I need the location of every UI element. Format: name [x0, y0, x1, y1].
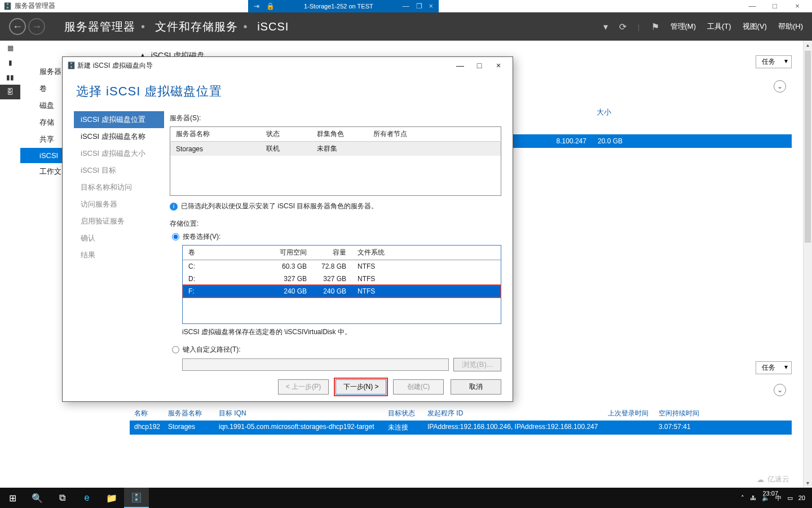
flag-icon[interactable]: ⚑ [651, 21, 659, 32]
crumb-root[interactable]: 服务器管理器 [64, 20, 135, 33]
wizard-titlebar[interactable]: 🗄️ 新建 iSCSI 虚拟磁盘向导 — □ × [63, 57, 513, 74]
taskbar-ie-icon[interactable]: e [74, 488, 99, 508]
srv-th-status[interactable]: 状态 [261, 127, 311, 142]
nav-back-button[interactable]: ← [9, 18, 26, 35]
tray-time[interactable]: 23:07 [762, 490, 778, 497]
wizard-main: 服务器(S): 服务器名称 状态 群集角色 所有者节点 Storages 联机 … [164, 111, 513, 372]
main-scrollbar[interactable]: ▴ ▾ [803, 41, 812, 488]
step-auth: 启用验证服务 [74, 213, 164, 230]
task-view-icon[interactable]: ⧉ [50, 488, 74, 508]
cancel-button[interactable]: 取消 [451, 379, 501, 395]
remote-close-button[interactable]: × [429, 2, 433, 10]
remote-restore-button[interactable]: ❐ [416, 2, 422, 10]
icon-rail: ▦ ▮ ▮▮ 🗄 [0, 41, 20, 99]
wizard-dialog: 🗄️ 新建 iSCSI 虚拟磁盘向导 — □ × 选择 iSCSI 虚拟磁盘位置… [62, 56, 513, 402]
system-tray[interactable]: ˄ 🖧 🔈 中 ▭ 20 23:07 [734, 494, 812, 502]
outer-close-button[interactable]: × [786, 1, 809, 12]
volume-list[interactable]: 卷 可用空间 容量 文件系统 C:60.3 GB72.8 GBNTFS D:32… [182, 245, 501, 324]
start-button[interactable]: ⊞ [0, 488, 25, 508]
tray-chevron-icon[interactable]: ˄ [741, 494, 744, 502]
pin-icon[interactable]: ⇥ [254, 2, 259, 10]
wizard-maximize-button[interactable]: □ [470, 61, 489, 70]
nav-forward-button[interactable]: → [28, 18, 45, 35]
lock-icon: 🔒 [266, 2, 275, 10]
rail-dashboard-icon[interactable]: ▦ [0, 41, 20, 55]
th-server[interactable]: 服务器名称 [164, 406, 214, 421]
radio-by-volume[interactable]: 按卷选择(V): [172, 232, 501, 242]
header-dropdown-icon[interactable]: ▾ [603, 21, 608, 32]
breadcrumb: 服务器管理器• 文件和存储服务• iSCSI [64, 19, 289, 34]
menu-help[interactable]: 帮助(H) [778, 21, 803, 32]
taskbar-search-icon[interactable]: 🔍 [25, 488, 50, 508]
crumb-files[interactable]: 文件和存储服务 [155, 20, 238, 33]
browse-button: 浏览(B)... [453, 358, 501, 371]
crumb-iscsi[interactable]: iSCSI [257, 20, 289, 33]
wizard-icon: 🗄️ [67, 62, 76, 69]
wizard-title: 新建 iSCSI 虚拟磁盘向导 [77, 61, 152, 71]
vol-th-fs[interactable]: 文件系统 [352, 246, 501, 260]
tasks-dropdown-top[interactable]: 任务▾ [756, 55, 792, 68]
step-result: 结果 [74, 247, 164, 264]
server-manager-icon: 🗄️ [3, 2, 11, 10]
scroll-down-icon[interactable]: ▾ [804, 479, 812, 488]
step-location[interactable]: iSCSI 虚拟磁盘位置 [74, 111, 164, 128]
taskbar-server-manager-icon[interactable]: 🗄️ [124, 488, 149, 508]
taskbar-explorer-icon[interactable]: 📁 [99, 488, 124, 508]
tray-ime-icon[interactable]: ▭ [787, 494, 793, 502]
step-name[interactable]: iSCSI 虚拟磁盘名称 [74, 128, 164, 145]
remote-title: 1-Storage1-252 on TEST [281, 3, 396, 10]
th-status[interactable]: 目标状态 [383, 406, 423, 421]
watermark: ☁ 亿速云 [757, 474, 789, 484]
collapse-toggle-bottom[interactable]: ⌄ [774, 384, 786, 396]
menu-tools[interactable]: 工具(T) [707, 21, 731, 32]
rail-file-services-icon[interactable]: 🗄 [0, 85, 20, 99]
remote-minimize-button[interactable]: — [403, 2, 409, 10]
step-target-name: 目标名称和访问 [74, 179, 164, 196]
rail-local-server-icon[interactable]: ▮ [0, 55, 20, 70]
rail-all-servers-icon[interactable]: ▮▮ [0, 70, 20, 85]
th-initiator[interactable]: 发起程序 ID [423, 406, 603, 421]
scrollbar-thumb[interactable] [805, 51, 811, 243]
srv-th-role[interactable]: 群集角色 [311, 127, 368, 142]
vol-row-f[interactable]: F:240 GB240 GBNTFS [183, 285, 501, 297]
target-row[interactable]: dhcp192 Storages iqn.1991-05.com.microso… [130, 421, 792, 435]
taskbar[interactable]: ⊞ 🔍 ⧉ e 📁 🗄️ ˄ 🖧 🔈 中 ▭ 20 23:07 [0, 488, 812, 508]
th-name[interactable]: 名称 [130, 406, 164, 421]
radio-volume-input[interactable] [172, 233, 179, 240]
step-confirm: 确认 [74, 230, 164, 247]
server-manager-header: ← → 服务器管理器• 文件和存储服务• iSCSI ▾ ⟳ | ⚑ 管理(M)… [0, 12, 812, 41]
info-text: i已筛选此列表以便仅显示安装了 iSCSI 目标服务器角色的服务器。 [170, 202, 501, 211]
vol-th-vol[interactable]: 卷 [183, 246, 273, 260]
vol-th-free[interactable]: 可用空间 [273, 246, 312, 260]
next-button[interactable]: 下一步(N) > [336, 379, 386, 395]
tasks-dropdown-bottom[interactable]: 任务▾ [756, 361, 792, 374]
remote-connection-bar[interactable]: ⇥ 🔒 1-Storage1-252 on TEST — ❐ × [248, 0, 439, 12]
tray-date[interactable]: 20 [798, 494, 805, 501]
srv-th-name[interactable]: 服务器名称 [170, 127, 261, 142]
vol-row-c[interactable]: C:60.3 GB72.8 GBNTFS [183, 260, 501, 273]
menu-view[interactable]: 视图(V) [743, 21, 767, 32]
menu-manage[interactable]: 管理(M) [670, 21, 696, 32]
outer-minimize-button[interactable]: — [741, 1, 764, 12]
srv-th-owner[interactable]: 所有者节点 [368, 127, 501, 142]
scroll-up-icon[interactable]: ▴ [804, 41, 812, 50]
create-button: 创建(C) [393, 379, 444, 395]
collapse-toggle-top[interactable]: ⌄ [774, 80, 786, 93]
outer-maximize-button[interactable]: □ [764, 1, 786, 12]
th-idle[interactable]: 空闲持续时间 [654, 406, 710, 421]
vol-th-cap[interactable]: 容量 [312, 246, 352, 260]
server-row[interactable]: Storages 联机 未群集 [170, 142, 501, 156]
radio-custom-path[interactable]: 键入自定义路径(T): [172, 345, 501, 354]
step-access: 访问服务器 [74, 196, 164, 213]
vol-row-d[interactable]: D:327 GB327 GBNTFS [183, 273, 501, 285]
radio-path-input[interactable] [172, 346, 179, 353]
server-table[interactable]: 服务器名称 状态 群集角色 所有者节点 Storages 联机 未群集 [170, 126, 501, 196]
th-iqn[interactable]: 目标 IQN [214, 406, 383, 421]
refresh-icon[interactable]: ⟳ [619, 21, 626, 32]
th-last[interactable]: 上次登录时间 [603, 406, 654, 421]
custom-path-input [182, 358, 449, 371]
tray-network-icon[interactable]: 🖧 [750, 494, 756, 501]
wizard-close-button[interactable]: × [489, 61, 508, 70]
wizard-minimize-button[interactable]: — [451, 61, 470, 70]
info-icon: i [170, 203, 178, 211]
